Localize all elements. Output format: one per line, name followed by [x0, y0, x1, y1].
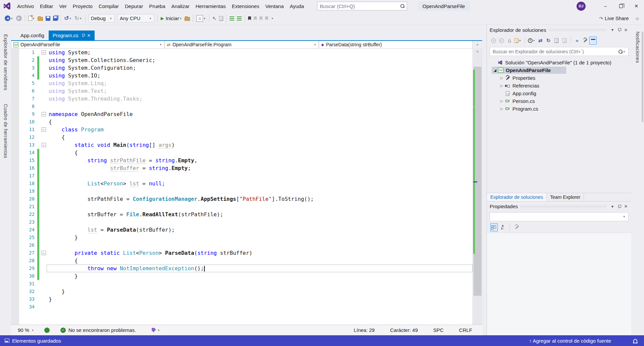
code-line[interactable]: 1–using System;	[11, 49, 473, 56]
collapse-region-button[interactable]: –	[42, 143, 46, 147]
property-pages-button[interactable]	[513, 223, 520, 231]
properties-close-button[interactable]: ✕	[623, 204, 629, 209]
code-text[interactable]: List<Person> lst = null;	[47, 180, 473, 187]
notifications-bell-icon[interactable]	[633, 339, 637, 343]
code-text[interactable]	[47, 187, 473, 195]
menu-item-compilar[interactable]: Compilar	[96, 2, 122, 10]
breakpoint-margin[interactable]	[11, 211, 19, 218]
code-text[interactable]	[47, 218, 473, 226]
expander-icon[interactable]: ▷	[499, 99, 504, 103]
code-line[interactable]: 7using System.Threading.Tasks;	[11, 95, 473, 103]
code-line[interactable]: 33}	[11, 295, 473, 303]
alphabetical-view-button[interactable]: AZ↓	[499, 223, 506, 231]
breakpoint-margin[interactable]	[11, 234, 19, 241]
code-text[interactable]: namespace OpenAndParseFile	[47, 110, 473, 118]
code-line[interactable]: 10{	[11, 118, 473, 126]
breakpoint-margin[interactable]	[11, 295, 19, 303]
code-line[interactable]: 19	[11, 187, 473, 195]
menu-item-ayuda[interactable]: Ayuda	[287, 2, 307, 10]
undo-button[interactable]: ↺▾	[63, 14, 73, 23]
bottom-tab-team-explorer[interactable]: Team Explorer	[547, 193, 584, 201]
type-dropdown[interactable]: ⇄ OpenAndParseFile.Program▾	[164, 41, 319, 49]
code-line[interactable]: 26	[11, 241, 473, 249]
redo-button[interactable]: ↻▾	[73, 14, 83, 23]
breakpoint-margin[interactable]	[11, 187, 19, 195]
breakpoint-margin[interactable]	[11, 180, 19, 187]
code-line[interactable]: 8	[11, 103, 473, 110]
breakpoint-margin[interactable]	[11, 79, 19, 87]
menu-item-archivo[interactable]: Archivo	[14, 2, 37, 10]
menu-item-herramientas[interactable]: Herramientas	[193, 2, 229, 10]
breakpoint-margin[interactable]	[11, 157, 19, 164]
tree-item-openandparsefile[interactable]: ◢C#OpenAndParseFile	[487, 66, 631, 74]
menu-item-editar[interactable]: Editar	[37, 2, 56, 10]
solution-configuration-dropdown[interactable]: Debug▾	[89, 14, 115, 22]
sync-with-active-document-button[interactable]: ⇄	[537, 37, 544, 45]
panel-menu-button[interactable]: ▼	[609, 28, 616, 32]
code-editor[interactable]: 1–using System;2using System.Collections…	[11, 49, 473, 325]
restore-button[interactable]	[613, 1, 629, 11]
tree-item-program-cs[interactable]: ▷C#Program.cs	[487, 105, 631, 113]
se-forward-button[interactable]: ▶	[498, 37, 505, 45]
tree-item-properties[interactable]: ▷Properties	[487, 74, 631, 82]
categorized-view-button[interactable]	[490, 223, 498, 231]
code-line[interactable]: 11– class Program	[11, 126, 473, 133]
menu-item-ver[interactable]: Ver	[56, 2, 70, 10]
health-check-icon[interactable]: ✓	[60, 328, 66, 333]
bottom-tab-explorador-de-soluciones[interactable]: Explorador de soluciones	[487, 193, 547, 201]
menu-item-analizar[interactable]: Analizar	[168, 2, 193, 10]
code-line[interactable]: 31	[11, 280, 473, 288]
code-text[interactable]: string strPathFile = string.Empty,	[47, 157, 473, 164]
collapse-region-button[interactable]: –	[42, 50, 46, 55]
breakpoint-margin[interactable]	[11, 172, 19, 180]
breakpoint-margin[interactable]	[11, 133, 19, 141]
user-avatar[interactable]: DJ	[577, 2, 586, 11]
breakpoint-margin[interactable]	[11, 257, 19, 265]
save-all-button[interactable]	[52, 14, 59, 23]
expander-icon[interactable]: ▷	[499, 107, 504, 111]
code-line[interactable]: 17	[11, 172, 473, 180]
attach-to-process-button[interactable]	[184, 14, 191, 23]
document-outline-button[interactable]	[218, 14, 224, 23]
code-line[interactable]: 23	[11, 218, 473, 226]
code-line[interactable]: 9–namespace OpenAndParseFile	[11, 110, 473, 118]
refresh-button[interactable]: ↻	[545, 37, 552, 45]
code-line[interactable]: 15 string strPathFile = string.Empty,	[11, 157, 473, 164]
collapse-all-button[interactable]	[553, 37, 560, 45]
pin-icon[interactable]	[82, 34, 85, 37]
code-line[interactable]: 13– static void Main(string[] args)	[11, 141, 473, 149]
code-text[interactable]: private static List<Person> ParseData(st…	[47, 249, 473, 257]
zoom-level-dropdown[interactable]: 90 %▾	[16, 326, 36, 334]
menu-item-prueba[interactable]: Prueba	[146, 2, 168, 10]
menu-item-depurar[interactable]: Depurar	[122, 2, 146, 10]
breakpoint-margin[interactable]	[11, 64, 19, 72]
code-line[interactable]: 2using System.Collections.Generic;	[11, 56, 473, 64]
menu-item-proyecto[interactable]: Proyecto	[70, 2, 96, 10]
code-line[interactable]: 34	[11, 303, 473, 311]
breakpoint-margin[interactable]	[11, 303, 19, 311]
editor-vertical-scrollbar[interactable]: ▲	[473, 49, 482, 325]
code-line[interactable]: 18 List<Person> lst = null;	[11, 180, 473, 187]
code-text[interactable]: using System.Configuration;	[47, 64, 473, 72]
member-dropdown[interactable]: ◆ ParseData(string strBuffer)	[319, 41, 473, 49]
show-all-files-button[interactable]	[561, 37, 568, 45]
breakpoint-margin[interactable]	[11, 195, 19, 203]
code-text[interactable]: using System.Collections.Generic;	[47, 56, 473, 64]
collapse-region-button[interactable]: –	[42, 127, 46, 132]
code-line[interactable]: 27– private static List<Person> ParseDat…	[11, 249, 473, 257]
code-text[interactable]: {	[47, 257, 473, 265]
tab-program-cs[interactable]: Program.cs✕	[49, 31, 95, 40]
toolbox-vertical-tab[interactable]: Cuadro de herramientas	[3, 104, 8, 158]
breakpoint-margin[interactable]	[11, 280, 19, 288]
code-text[interactable]	[47, 203, 473, 211]
breakpoint-margin[interactable]	[11, 49, 19, 56]
breakpoint-margin[interactable]	[11, 110, 19, 118]
code-text[interactable]: using System.Threading.Tasks;	[47, 95, 473, 103]
notifications-vertical-tab[interactable]: Notificaciones	[635, 32, 640, 63]
se-back-button[interactable]: ◀	[490, 37, 497, 45]
breakpoint-margin[interactable]	[11, 72, 19, 79]
quick-search-box[interactable]: Buscar (Ctrl+Q)	[317, 2, 407, 10]
code-text[interactable]: strPathFile = ConfigurationManager.AppSe…	[47, 195, 473, 203]
solution-platform-dropdown[interactable]: Any CPU▾	[117, 14, 154, 22]
project-dropdown[interactable]: C# OpenAndParseFile▾	[11, 41, 164, 49]
